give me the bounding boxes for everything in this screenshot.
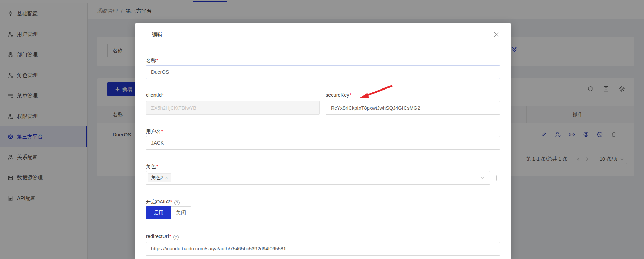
secure-key-input[interactable]	[326, 101, 500, 115]
username-input[interactable]	[146, 136, 500, 150]
role-multiselect[interactable]: 角色2 ×	[146, 171, 490, 185]
role-tag-label: 角色2	[151, 175, 163, 181]
client-id-input	[146, 101, 320, 115]
modal-header: 编辑	[135, 23, 511, 45]
field-label-username: 用户名*	[146, 128, 163, 135]
field-label-client-id: clientId*	[146, 92, 164, 98]
modal-title: 编辑	[152, 31, 162, 38]
tag-remove-icon[interactable]: ×	[165, 175, 168, 180]
app-root: 基础配置 用户管理 部门管理 角色管理 菜单管理 权限管理 第三方平台 关系配	[0, 0, 644, 259]
oauth-toggle: 启用 关闭	[146, 206, 191, 219]
name-input[interactable]	[146, 65, 500, 79]
help-icon[interactable]: ?	[174, 200, 180, 205]
role-tag: 角色2 ×	[148, 173, 171, 182]
close-icon[interactable]	[494, 32, 499, 37]
help-icon[interactable]: ?	[173, 235, 179, 240]
edit-modal: 编辑 名称* clientId* secureKey* 用户名* 角色* 角色2	[135, 23, 511, 259]
chevron-down-icon	[480, 175, 485, 180]
field-label-name: 名称*	[146, 57, 158, 64]
field-label-redirect-url: redirectUrl*?	[146, 234, 179, 240]
oauth-enable-button[interactable]: 启用	[146, 206, 171, 219]
field-label-oauth: 开启OAth2*?	[146, 199, 180, 205]
redirect-url-input[interactable]	[146, 242, 500, 256]
field-label-role: 角色*	[146, 163, 158, 170]
add-role-icon[interactable]	[493, 175, 499, 181]
field-label-secure-key: secureKey*	[326, 92, 351, 98]
oauth-disable-button[interactable]: 关闭	[171, 206, 191, 219]
